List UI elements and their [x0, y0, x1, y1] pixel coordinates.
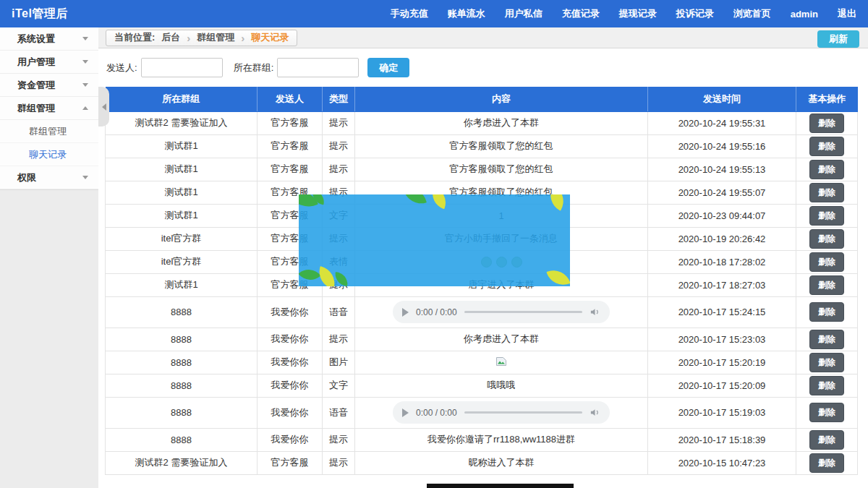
top-nav-item[interactable]: 充值记录 [562, 7, 600, 20]
breadcrumb-item[interactable]: 群组管理 [197, 31, 234, 44]
delete-button[interactable]: 删除 [809, 302, 844, 322]
leaf-decoration [334, 272, 349, 286]
delete-button[interactable]: 删除 [809, 353, 844, 372]
table-row: 8888我爱你你提示你考虑进入了本群2020-10-17 15:23:03删除 [106, 328, 858, 351]
type-cell: 图片 [323, 351, 355, 374]
breadcrumb-item[interactable]: 后台 [161, 31, 180, 44]
column-header: 所在群组 [106, 87, 258, 111]
group-cell: 测试群1 [106, 273, 258, 296]
delete-button[interactable]: 删除 [809, 229, 844, 249]
leaf-decoration [404, 194, 427, 207]
sidebar-item-label: 权限 [17, 171, 36, 184]
delete-button[interactable]: 删除 [809, 114, 844, 133]
action-cell: 删除 [796, 134, 858, 158]
delete-button[interactable]: 删除 [809, 430, 844, 450]
leaf-decoration [544, 194, 570, 211]
sender-filter-input[interactable] [141, 58, 223, 77]
top-nav: 手动充值账单流水用户私信充值记录提现记录投诉记录浏览首页admin退出 [391, 7, 856, 20]
top-nav-item[interactable]: 退出 [838, 7, 856, 20]
sidebar-subitem[interactable]: 群组管理 [0, 120, 98, 143]
time-cell: 2020-10-24 19:55:13 [648, 158, 796, 181]
top-nav-item[interactable]: 账单流水 [448, 7, 485, 20]
time-cell: 2020-10-17 15:24:15 [648, 296, 796, 328]
delete-button[interactable]: 删除 [809, 183, 844, 202]
top-nav-item[interactable]: admin [791, 9, 818, 20]
chevron-down-icon [82, 60, 88, 64]
table-row: 8888我爱你你语音0:00 / 0:002020-10-17 15:19:03… [106, 397, 858, 428]
content-cell: 你考虑进入了本群 [355, 111, 648, 134]
sidebar-collapse-handle[interactable] [98, 87, 109, 127]
action-cell: 删除 [796, 250, 858, 273]
group-cell: 8888 [106, 397, 258, 428]
top-navbar: iTel管理后 手动充值账单流水用户私信充值记录提现记录投诉记录浏览首页admi… [0, 0, 868, 27]
volume-icon[interactable] [590, 307, 600, 317]
delete-button[interactable]: 删除 [809, 403, 844, 422]
time-cell: 2020-10-17 15:20:09 [648, 374, 796, 397]
sidebar-item[interactable]: 权限 [0, 166, 98, 189]
sender-cell: 我爱你你 [258, 351, 323, 374]
group-filter-label: 所在群组: [234, 61, 274, 74]
column-header: 内容 [355, 87, 648, 111]
sender-cell: 我爱你你 [258, 296, 323, 328]
top-nav-item[interactable]: 手动充值 [391, 7, 428, 20]
type-cell: 提示 [323, 111, 355, 134]
sidebar-subitem[interactable]: 聊天记录 [0, 143, 98, 166]
table-row: 8888我爱你你语音0:00 / 0:002020-10-17 15:24:15… [106, 296, 858, 328]
top-nav-item[interactable]: 提现记录 [619, 7, 657, 20]
sender-cell: 我爱你你 [258, 328, 323, 351]
sidebar-item-label: 用户管理 [17, 56, 55, 69]
delete-button[interactable]: 删除 [809, 275, 844, 295]
chevron-up-icon [82, 106, 88, 110]
group-cell: 测试群2 需要验证加入 [106, 111, 258, 134]
table-row: 8888我爱你你文字哦哦哦2020-10-17 15:20:09删除 [106, 374, 858, 397]
type-cell: 提示 [323, 328, 355, 351]
audio-player[interactable]: 0:00 / 0:00 [393, 401, 610, 424]
delete-button[interactable]: 删除 [809, 453, 844, 473]
audio-player[interactable]: 0:00 / 0:00 [393, 301, 610, 323]
sidebar-item[interactable]: 用户管理 [0, 51, 98, 74]
sender-cell: 我爱你你 [258, 428, 323, 451]
content-cell: 哦哦哦 [355, 374, 648, 397]
table-row: 8888我爱你你提示我爱你你邀请了rr1188,ww1188进群2020-10-… [106, 428, 858, 451]
time-cell: 2020-10-17 15:18:39 [648, 428, 796, 451]
leaf-decoration [546, 265, 570, 286]
time-cell: 2020-10-17 15:23:03 [648, 328, 796, 351]
delete-button[interactable]: 删除 [809, 206, 844, 226]
delete-button[interactable]: 删除 [809, 330, 844, 349]
refresh-button[interactable]: 刷新 [817, 30, 859, 48]
delete-button[interactable]: 删除 [809, 160, 844, 179]
volume-icon[interactable] [590, 407, 600, 418]
group-filter-input[interactable] [277, 58, 359, 77]
top-nav-item[interactable]: 浏览首页 [733, 7, 771, 20]
sender-filter-label: 发送人: [106, 61, 137, 74]
group-cell: 8888 [106, 374, 258, 397]
sidebar-item[interactable]: 资金管理 [0, 74, 98, 97]
delete-button[interactable]: 删除 [809, 137, 844, 156]
audio-seekbar[interactable] [464, 411, 582, 414]
sidebar-menu: 系统设置用户管理资金管理群组管理群组管理聊天记录权限 [0, 27, 98, 190]
audio-seekbar[interactable] [464, 311, 582, 313]
submit-filter-button[interactable]: 确定 [367, 58, 409, 77]
action-cell: 删除 [796, 227, 858, 250]
partial-video-player[interactable] [427, 484, 574, 488]
top-nav-item[interactable]: 用户私信 [505, 7, 542, 20]
filter-bar: 发送人: 所在群组: 确定 [98, 48, 868, 87]
play-icon[interactable] [402, 408, 409, 417]
top-nav-item[interactable]: 投诉记录 [676, 7, 714, 20]
type-cell: 文字 [323, 374, 355, 397]
sender-cell: 官方客服 [258, 158, 323, 181]
time-cell: 2020-10-15 10:47:23 [648, 451, 796, 474]
delete-button[interactable]: 删除 [809, 252, 844, 272]
sidebar-item[interactable]: 系统设置 [0, 27, 98, 51]
content-cell: 我爱你你邀请了rr1188,ww1188进群 [355, 428, 648, 451]
sender-cell: 我爱你你 [258, 374, 323, 397]
breadcrumb-item[interactable]: 聊天记录 [251, 31, 289, 44]
play-icon[interactable] [402, 308, 409, 317]
chat-image-overlay [299, 194, 570, 286]
sidebar-item[interactable]: 群组管理 [0, 97, 98, 120]
table-row: 测试群1官方客服提示官方客服领取了您的红包2020-10-24 19:55:13… [106, 158, 858, 181]
time-cell: 2020-10-18 17:28:02 [648, 250, 796, 273]
breadcrumb-prefix: 当前位置: [114, 31, 155, 44]
delete-button[interactable]: 删除 [809, 376, 844, 395]
group-cell: itel官方群 [106, 227, 258, 250]
